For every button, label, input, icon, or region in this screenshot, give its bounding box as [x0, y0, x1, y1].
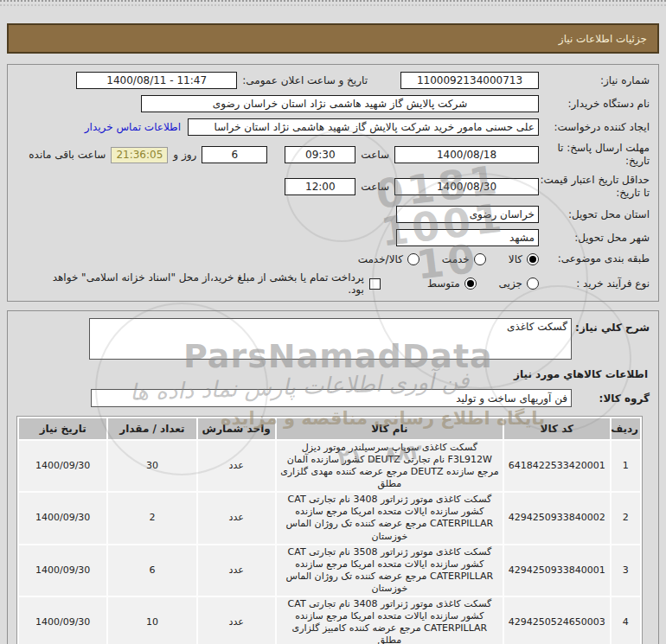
radio-kala-khedmat-icon[interactable]: [407, 253, 419, 265]
need-info-form: شماره نیاز: 1100092134000713 تاریخ و ساع…: [7, 64, 659, 302]
need-number-label: شماره نیاز:: [539, 74, 650, 87]
cell-row-index: 3: [612, 545, 640, 596]
header-unit: واحد شمارش: [198, 418, 275, 439]
cell-item-code: 4294250933840002: [504, 493, 610, 543]
radio-khedmat-icon[interactable]: [474, 253, 486, 265]
radio-option-jozi[interactable]: جزیی: [499, 277, 539, 290]
radio-option-khedmat[interactable]: خدمت: [442, 253, 486, 265]
radio-motevaset-selected-icon[interactable]: [464, 277, 477, 290]
cell-quantity: 30: [108, 441, 195, 491]
item-group-label: گروه کالا:: [572, 392, 650, 405]
buyer-contact-link[interactable]: اطلاعات تماس خریدار: [85, 121, 181, 133]
cell-quantity: 6: [108, 545, 195, 596]
radio-kala-selected-icon[interactable]: [527, 253, 539, 265]
cell-unit: عدد: [198, 493, 275, 543]
cell-unit: عدد: [198, 597, 275, 644]
delivery-city-label: شهر محل تحویل:: [539, 232, 650, 245]
request-creator-field[interactable]: علی حسنی مامور خرید شرکت پالایش گاز شهید…: [188, 118, 539, 136]
header-quantity: تعداد / مقدار: [108, 418, 195, 439]
remaining-days-field[interactable]: 6: [202, 146, 267, 163]
row-price-validity: حداقل تاریخ اعتبار قیمت: تا تاریخ: 1400/…: [16, 174, 650, 200]
items-section: شرح کلي نیاز: گسکت کاغذی اطلاعات کالاهاي…: [7, 310, 659, 644]
request-creator-label: ایجاد کننده درخواست:: [539, 121, 650, 134]
cell-item-code: 4294250933840001: [504, 545, 610, 596]
price-validity-hour-label: ساعت: [361, 181, 389, 193]
header-row-index: ردیف: [612, 418, 640, 439]
cell-unit: عدد: [198, 545, 275, 596]
cell-item-name: گسکت کاغذی سوپاپ سرسیلندر موتور دیزل F3L…: [277, 441, 503, 491]
row-reply-deadline: مهلت ارسال پاسخ: تا تاریخ: 1400/08/18 سا…: [16, 142, 650, 168]
table-row: 2 4294250933840002 گسکت کاغذی موتور ژنرا…: [19, 493, 640, 543]
page-title-text: جزئیات اطلاعات نیاز: [559, 33, 647, 45]
announce-datetime-field[interactable]: 1400/08/11 - 11:47: [76, 72, 237, 89]
price-validity-label: حداقل تاریخ اعتبار قیمت: تا تاریخ:: [539, 174, 650, 200]
page-title: جزئیات اطلاعات نیاز: [7, 23, 659, 54]
radio-option-kala-khedmat[interactable]: کالا/خدمت: [358, 253, 419, 265]
cell-row-index: 1: [612, 441, 640, 491]
reply-deadline-hour-label: ساعت: [361, 149, 389, 161]
buyer-org-label: نام دستگاه خریدار:: [539, 98, 650, 111]
need-description-textarea[interactable]: گسکت کاغذی: [89, 318, 572, 360]
table-row: 1 6418422533420001 گسکت کاغذی سوپاپ سرسی…: [19, 441, 640, 491]
delivery-province-label: استان محل تحویل:: [539, 208, 650, 221]
delivery-city-field[interactable]: مشهد: [396, 229, 539, 246]
need-description-label: شرح کلي نیاز:: [572, 318, 650, 334]
cell-quantity: 10: [108, 597, 195, 644]
item-group-field[interactable]: فن آوریهای ساخت و تولید: [91, 389, 572, 407]
delivery-province-field[interactable]: خراسان رضوی: [396, 206, 539, 223]
header-item-code: کد کالا: [504, 418, 610, 439]
table-row: 3 4294250933840001 گسکت کاغذی موتور ژنرا…: [19, 545, 640, 596]
items-table-header-row: ردیف کد کالا نام کالا واحد شمارش تعداد /…: [19, 418, 640, 439]
subject-class-label: طبقه بندی موضوعی:: [539, 252, 650, 265]
cell-item-name: گسکت کاغذی موتور ژنراتور 3408 نام تجارتی…: [277, 493, 503, 543]
countdown-timer: 21:36:05: [111, 147, 168, 163]
table-row: 4 4294250524650003 گسکت کاغذی موتور ژنرا…: [19, 597, 640, 644]
header-item-name: نام کالا: [277, 418, 503, 439]
price-validity-time-field[interactable]: 12:00: [285, 178, 355, 195]
page-top-dotted-border: [0, 0, 666, 6]
remaining-days-label: روز و: [173, 149, 196, 161]
buyer-org-field[interactable]: شرکت پالایش گاز شهید هاشمی نژاد استان خر…: [141, 95, 539, 112]
row-purchase-type: نوع فرآیند خرید : جزیی متوسط پرداخت تمام…: [16, 271, 650, 296]
header-need-date: تاریخ نیاز: [19, 418, 106, 439]
cell-need-date: 1400/09/30: [19, 493, 106, 543]
treasury-checkbox-icon[interactable]: [369, 278, 381, 290]
row-need-number: شماره نیاز: 1100092134000713 تاریخ و ساع…: [16, 72, 650, 89]
radio-jozi-icon[interactable]: [527, 277, 539, 290]
row-request-creator: ایجاد کننده درخواست: علی حسنی مامور خرید…: [16, 118, 650, 136]
radio-option-kala[interactable]: کالا: [509, 253, 539, 265]
need-number-field[interactable]: 1100092134000713: [400, 72, 539, 89]
row-item-group: گروه کالا: فن آوریهای ساخت و تولید: [16, 389, 650, 407]
row-need-description: شرح کلي نیاز: گسکت کاغذی: [16, 318, 650, 360]
row-delivery-city: شهر محل تحویل: مشهد: [16, 229, 650, 246]
row-delivery-province: استان محل تحویل: خراسان رضوی: [16, 206, 650, 223]
cell-unit: عدد: [198, 441, 275, 491]
cell-row-index: 4: [612, 597, 640, 644]
radio-option-motevaset[interactable]: متوسط: [427, 277, 477, 290]
items-table: ردیف کد کالا نام کالا واحد شمارش تعداد /…: [16, 416, 643, 644]
reply-deadline-time-field[interactable]: 09:30: [285, 146, 355, 163]
countdown-label: ساعت باقی مانده: [29, 149, 106, 161]
cell-item-code: 4294250524650003: [504, 597, 610, 644]
cell-item-name: گسکت کاغذی موتور ژنراتور 3408 نام تجارتی…: [277, 597, 503, 644]
cell-item-name: گسکت کاغذی موتور ژنراتور 3508 نام تجارتی…: [277, 545, 503, 596]
cell-row-index: 2: [612, 493, 640, 543]
cell-need-date: 1400/09/30: [19, 597, 106, 644]
row-buyer-org: نام دستگاه خریدار: شرکت پالایش گاز شهید …: [16, 95, 650, 112]
purchase-type-label: نوع فرآیند خرید :: [539, 277, 650, 290]
cell-need-date: 1400/09/30: [19, 545, 106, 596]
price-validity-date-field[interactable]: 1400/08/30: [394, 178, 539, 195]
cell-quantity: 2: [108, 493, 195, 543]
items-heading: اطلاعات کالاهاي مورد نیاز: [16, 368, 648, 380]
cell-need-date: 1400/09/30: [19, 441, 106, 491]
row-subject-class: طبقه بندی موضوعی: کالا خدمت کالا/خدمت: [16, 252, 650, 265]
reply-deadline-date-field[interactable]: 1400/08/18: [394, 146, 539, 163]
treasury-checkbox-option[interactable]: پرداخت تمام یا بخشی از مبلغ خرید،از محل …: [39, 271, 381, 296]
reply-deadline-label: مهلت ارسال پاسخ: تا تاریخ:: [539, 142, 650, 168]
cell-item-code: 6418422533420001: [504, 441, 610, 491]
announce-datetime-label: تاریخ و ساعت اعلان عمومی:: [242, 74, 368, 86]
